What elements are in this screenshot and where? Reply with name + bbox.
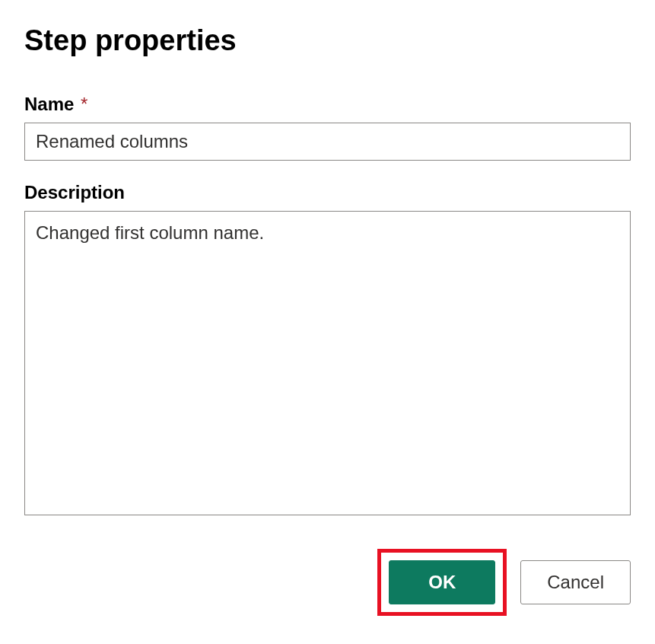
ok-button-highlight: OK <box>377 549 507 616</box>
step-properties-dialog: Step properties Name * Description OK Ca… <box>24 24 631 616</box>
description-input[interactable] <box>24 211 631 515</box>
description-label: Description <box>24 182 631 203</box>
dialog-button-row: OK Cancel <box>24 549 631 616</box>
name-input[interactable] <box>24 123 631 161</box>
required-indicator: * <box>81 94 87 114</box>
name-label: Name * <box>24 94 631 115</box>
ok-button[interactable]: OK <box>389 560 495 604</box>
cancel-button[interactable]: Cancel <box>520 560 631 604</box>
name-label-text: Name <box>24 94 74 114</box>
description-field-group: Description <box>24 182 631 518</box>
dialog-title: Step properties <box>24 24 631 57</box>
name-field-group: Name * <box>24 94 631 161</box>
